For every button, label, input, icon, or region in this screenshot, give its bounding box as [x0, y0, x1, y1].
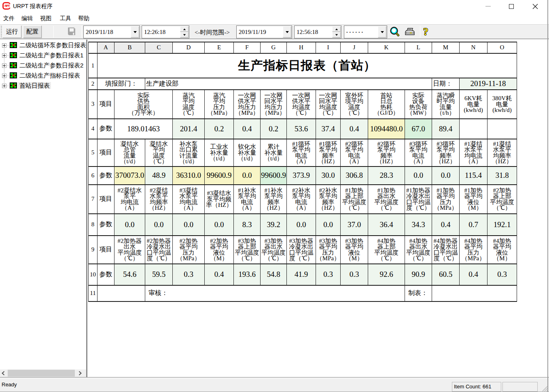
svg-text:RPT: RPT	[4, 4, 10, 8]
svg-text:?: ?	[423, 27, 428, 37]
